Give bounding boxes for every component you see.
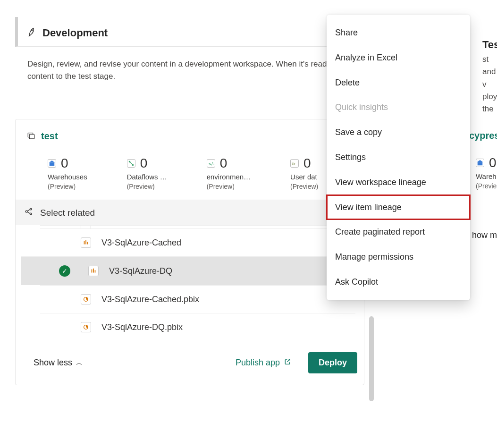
menu-create-paginated-report[interactable]: Create paginated report	[327, 220, 470, 245]
svg-rect-14	[87, 242, 88, 244]
list-item[interactable]	[40, 225, 355, 228]
workspace-card-dev: test 0 Warehouses (Preview) 0 Dataflows …	[15, 119, 364, 385]
menu-quick-insights: Quick insights	[327, 95, 470, 120]
item-name: V3-SqlAzure-Cached.pbix	[101, 295, 199, 304]
svg-text:</>: </>	[208, 161, 214, 166]
external-link-icon	[284, 358, 291, 368]
menu-view-item-lineage[interactable]: View item lineage	[327, 195, 470, 220]
svg-marker-4	[49, 161, 55, 162]
svg-rect-20	[478, 162, 483, 165]
metric-warehouses[interactable]: 0 Warehouses (Preview)	[48, 156, 87, 190]
item-name: V3-SqlAzure-DQ	[109, 266, 172, 276]
svg-rect-13	[85, 240, 86, 245]
environment-icon: </>	[207, 159, 215, 168]
item-name: V3-SqlAzure-Cached	[101, 238, 181, 248]
dataset-icon	[88, 266, 99, 276]
stage-description-test: st and v ploy the	[482, 53, 497, 116]
metrics-row: 0 Warehouses (Preview) 0 Dataflows … (Pr…	[16, 150, 364, 200]
publish-app-link[interactable]: Publish app	[236, 358, 291, 368]
menu-analyze-excel[interactable]: Analyze in Excel	[327, 45, 470, 70]
workspace-card-test: cypres 0 Wareh (Previe	[469, 119, 497, 199]
dataset-icon	[81, 237, 91, 248]
svg-rect-16	[93, 269, 94, 273]
rocket-icon	[27, 26, 38, 40]
context-menu: Share Analyze in Excel Delete Quick insi…	[327, 15, 470, 300]
report-icon	[81, 294, 91, 304]
chevron-up-icon: ︿	[76, 359, 83, 367]
menu-share[interactable]: Share	[327, 20, 470, 45]
metric-environments[interactable]: </> 0 environmen… (Preview)	[207, 156, 251, 190]
svg-point-9	[25, 211, 27, 212]
dataflow-icon	[127, 159, 135, 168]
svg-rect-15	[92, 270, 93, 273]
svg-rect-17	[95, 270, 96, 272]
svg-point-10	[30, 208, 32, 210]
select-related-bar: Select related ✕ 1 s	[16, 200, 364, 225]
metric-dataflows[interactable]: 0 Dataflows … (Preview)	[127, 156, 167, 190]
menu-delete[interactable]: Delete	[327, 70, 470, 95]
menu-save-copy[interactable]: Save a copy	[327, 120, 470, 145]
check-icon: ✓	[59, 265, 70, 277]
svg-rect-3	[50, 162, 55, 166]
userdata-icon: fx	[290, 159, 299, 168]
list-item[interactable]: V3-SqlAzure-Cached	[40, 228, 355, 256]
card-footer: Show less ︿ Publish app Deploy	[16, 341, 364, 385]
report-icon	[81, 322, 91, 332]
show-more-fragment: how m	[472, 230, 497, 240]
workspace-name-right[interactable]: cypres	[469, 130, 497, 141]
items-list: V3-SqlAzure-Cached ✓ V3-SqlAzure-DQ ⋮ V3…	[21, 225, 358, 341]
list-item[interactable]: V3-SqlAzure-Cached.pbix	[40, 285, 355, 313]
show-less-toggle[interactable]: Show less ︿	[34, 358, 83, 368]
metric-warehouses-right[interactable]: 0 Wareh (Previe	[476, 155, 497, 190]
svg-rect-2	[29, 134, 34, 138]
select-related-label[interactable]: Select related	[40, 208, 95, 218]
scrollbar-thumb[interactable]	[369, 316, 374, 401]
menu-manage-permissions[interactable]: Manage permissions	[327, 245, 470, 270]
item-name: V3-SqlAzure-DQ.pbix	[101, 322, 183, 332]
warehouse-icon	[476, 159, 484, 167]
menu-view-workspace-lineage[interactable]: View workspace lineage	[327, 170, 470, 195]
stage-header-test: Test	[482, 39, 497, 51]
stage-title-development: Development	[42, 27, 108, 39]
svg-rect-12	[84, 241, 85, 245]
list-item-selected[interactable]: ✓ V3-SqlAzure-DQ ⋮	[21, 256, 358, 285]
warehouse-icon	[48, 159, 56, 168]
svg-point-11	[30, 213, 32, 215]
stage-title-test: Test	[482, 39, 497, 51]
dataset-icon	[81, 225, 91, 228]
svg-marker-21	[477, 160, 483, 162]
deploy-button[interactable]: Deploy	[308, 352, 357, 373]
menu-ask-copilot[interactable]: Ask Copilot	[327, 270, 470, 295]
share-icon	[24, 207, 34, 219]
metric-userdata[interactable]: fx 0 User dat (Preview)	[290, 156, 318, 190]
workspace-name[interactable]: test	[41, 131, 58, 142]
svg-text:fx: fx	[292, 161, 295, 166]
workspace-icon	[27, 131, 35, 142]
list-item[interactable]: V3-SqlAzure-DQ.pbix	[40, 313, 355, 341]
svg-point-0	[32, 30, 33, 31]
menu-settings[interactable]: Settings	[327, 145, 470, 170]
